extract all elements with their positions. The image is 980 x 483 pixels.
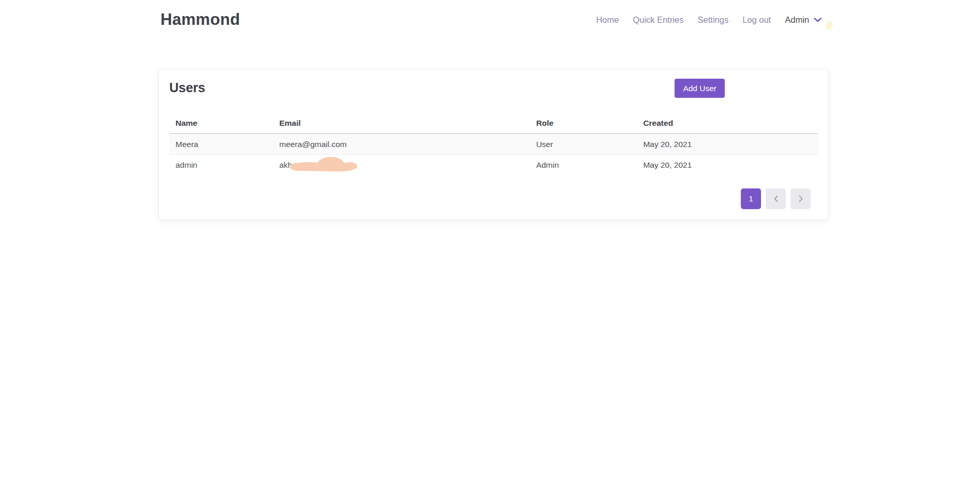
pagination-next-button[interactable] xyxy=(791,188,811,209)
cell-created: May 20, 2021 xyxy=(637,155,818,175)
cell-email: akh xyxy=(273,155,530,175)
cell-name: admin xyxy=(169,155,273,175)
table-row: Meera meera@gmail.com User May 20, 2021 xyxy=(169,134,818,155)
column-header-role: Role xyxy=(530,113,637,134)
user-menu-admin[interactable]: Admin xyxy=(785,15,822,25)
table-row: admin akh Admin May 20, 2021 xyxy=(169,155,818,175)
user-menu-label: Admin xyxy=(785,15,809,25)
chevron-right-icon xyxy=(799,196,803,202)
chevron-left-icon xyxy=(774,196,778,202)
nav-link-log-out[interactable]: Log out xyxy=(742,15,771,25)
pagination-prev-button[interactable] xyxy=(766,188,786,209)
column-header-created: Created xyxy=(637,113,818,134)
nav-link-home[interactable]: Home xyxy=(596,15,619,25)
cell-role: User xyxy=(530,134,637,155)
add-user-button[interactable]: Add User xyxy=(675,79,725,98)
page-title: Users xyxy=(169,79,206,95)
redaction-scribble xyxy=(288,155,359,172)
nav-link-settings[interactable]: Settings xyxy=(698,15,729,25)
card-header: Users Add User xyxy=(169,79,818,98)
users-table: Name Email Role Created Meera meera@gmai… xyxy=(169,113,818,175)
page-body: Users Add User Name Email Role Created xyxy=(0,39,980,220)
column-header-name: Name xyxy=(169,113,273,134)
brand-logo[interactable]: Hammond xyxy=(160,10,240,29)
cell-name: Meera xyxy=(169,134,273,155)
pagination: 1 xyxy=(169,188,818,209)
users-card: Users Add User Name Email Role Created xyxy=(158,69,829,220)
highlight-smudge-artifact xyxy=(825,20,834,31)
top-navigation-bar: Hammond Home Quick Entries Settings Log … xyxy=(0,0,980,39)
column-header-email: Email xyxy=(273,113,530,134)
chevron-down-icon xyxy=(814,18,822,22)
email-visible-text: akh xyxy=(279,160,292,169)
table-header-row: Name Email Role Created xyxy=(169,113,818,134)
nav-link-quick-entries[interactable]: Quick Entries xyxy=(633,15,683,25)
cell-created: May 20, 2021 xyxy=(637,134,818,155)
cell-role: Admin xyxy=(530,155,637,175)
main-nav: Home Quick Entries Settings Log out Admi… xyxy=(596,15,822,25)
pagination-page-1[interactable]: 1 xyxy=(741,188,761,209)
cell-email: meera@gmail.com xyxy=(273,134,530,155)
